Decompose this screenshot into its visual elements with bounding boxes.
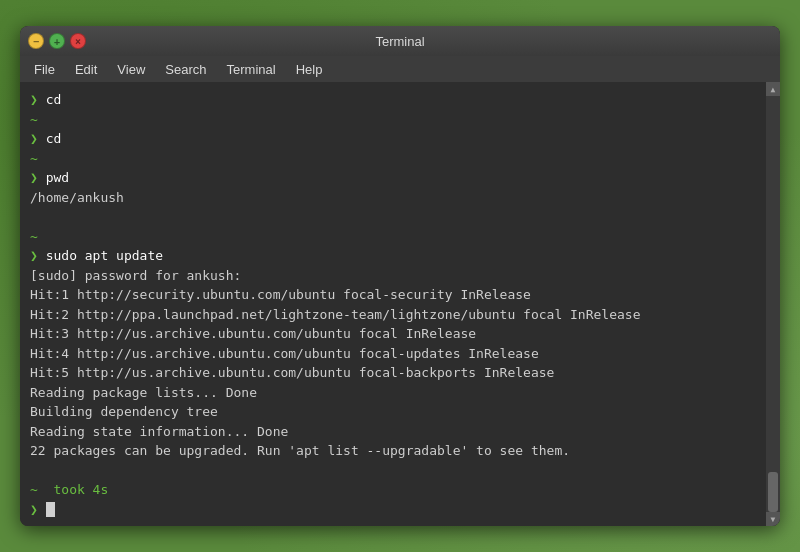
close-icon: × — [75, 36, 81, 47]
terminal-line: ❯ cd — [30, 90, 756, 110]
scrollbar[interactable]: ▲ ▼ — [766, 82, 780, 526]
window-controls: − + × — [28, 33, 86, 49]
menu-help[interactable]: Help — [288, 60, 331, 79]
minimize-button[interactable]: − — [28, 33, 44, 49]
terminal-output: Reading state information... Done — [30, 422, 756, 442]
terminal-output: Hit:1 http://security.ubuntu.com/ubuntu … — [30, 285, 756, 305]
menu-edit[interactable]: Edit — [67, 60, 105, 79]
terminal-output: Reading package lists... Done — [30, 383, 756, 403]
menu-file[interactable]: File — [26, 60, 63, 79]
cursor — [46, 502, 55, 517]
maximize-button[interactable]: + — [49, 33, 65, 49]
terminal-line: ~ — [30, 149, 756, 169]
terminal-output: Hit:4 http://us.archive.ubuntu.com/ubunt… — [30, 344, 756, 364]
terminal-output: 22 packages can be upgraded. Run 'apt li… — [30, 441, 756, 461]
terminal-output: Hit:5 http://us.archive.ubuntu.com/ubunt… — [30, 363, 756, 383]
window-title: Terminal — [375, 34, 424, 49]
terminal-output: Hit:3 http://us.archive.ubuntu.com/ubunt… — [30, 324, 756, 344]
maximize-icon: + — [54, 36, 60, 47]
terminal-line — [30, 207, 756, 227]
terminal-window: − + × Terminal File Edit View Search Ter… — [20, 26, 780, 526]
scrollbar-track[interactable] — [766, 96, 780, 512]
menubar: File Edit View Search Terminal Help — [20, 56, 780, 82]
took-line: ~ took 4s — [30, 480, 756, 500]
terminal-body: ❯ cd ~ ❯ cd ~ ❯ pwd /home/ankush ~ ❯ sud… — [20, 82, 780, 526]
menu-search[interactable]: Search — [157, 60, 214, 79]
terminal-output: /home/ankush — [30, 188, 756, 208]
terminal-output: Hit:2 http://ppa.launchpad.net/lightzone… — [30, 305, 756, 325]
terminal-cursor-line: ❯ — [30, 500, 756, 520]
minimize-icon: − — [33, 36, 39, 47]
terminal-output: [sudo] password for ankush: — [30, 266, 756, 286]
close-button[interactable]: × — [70, 33, 86, 49]
titlebar: − + × Terminal — [20, 26, 780, 56]
terminal-content[interactable]: ❯ cd ~ ❯ cd ~ ❯ pwd /home/ankush ~ ❯ sud… — [20, 82, 766, 526]
menu-view[interactable]: View — [109, 60, 153, 79]
terminal-line: ❯ cd — [30, 129, 756, 149]
scrollbar-thumb[interactable] — [768, 472, 778, 512]
scroll-down-button[interactable]: ▼ — [766, 512, 780, 526]
terminal-line: ~ — [30, 110, 756, 130]
terminal-line — [30, 461, 756, 481]
terminal-output: Building dependency tree — [30, 402, 756, 422]
terminal-line: ❯ pwd — [30, 168, 756, 188]
terminal-line: ❯ sudo apt update — [30, 246, 756, 266]
terminal-line: ~ — [30, 227, 756, 247]
menu-terminal[interactable]: Terminal — [219, 60, 284, 79]
scroll-up-button[interactable]: ▲ — [766, 82, 780, 96]
